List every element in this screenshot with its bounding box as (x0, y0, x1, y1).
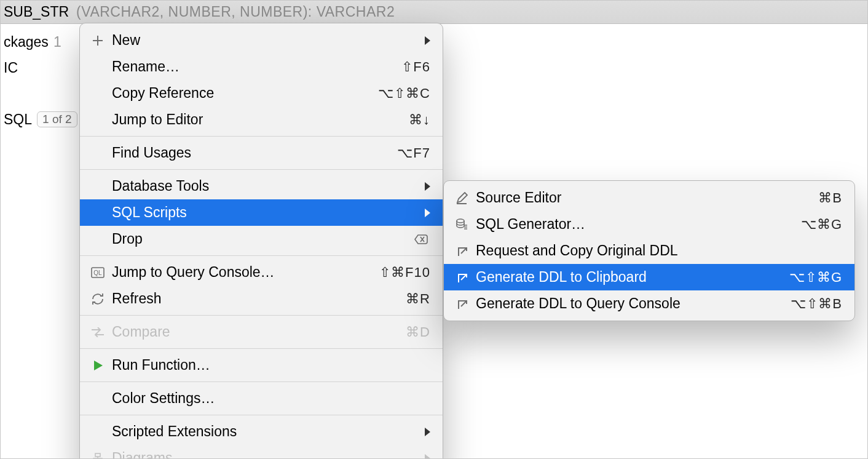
sidebar-label: SQL (4, 111, 32, 128)
menu-shortcut: ⌥F7 (397, 145, 430, 161)
menu-separator (80, 136, 443, 137)
menu-shortcut: ⇧F6 (401, 59, 430, 75)
menu-label: Copy Reference (112, 85, 214, 102)
menu-label: Generate DDL to Clipboard (476, 269, 647, 285)
menu-label: Color Settings… (112, 390, 215, 407)
header-title: SUB_STR (4, 4, 69, 20)
menu-label: Scripted Extensions (112, 423, 237, 440)
menu-separator (80, 348, 443, 349)
menu-item-jump-to-editor[interactable]: Jump to Editor ⌘↓ (80, 106, 443, 133)
svg-rect-2 (95, 453, 100, 457)
menu-item-jump-query-console[interactable]: QL Jump to Query Console… ⇧⌘F10 (80, 259, 443, 285)
sidebar-count: 1 (53, 34, 61, 50)
menu-label: New (112, 32, 140, 49)
submenu-item-sql-generator[interactable]: SQL Generator… ⌥⌘G (444, 211, 854, 237)
console-icon: QL (89, 267, 107, 278)
submenu-item-generate-ddl-query-console[interactable]: Generate DDL to Query Console ⌥⇧⌘B (444, 290, 854, 317)
menu-item-find-usages[interactable]: Find Usages ⌥F7 (80, 140, 443, 166)
menu-label: Drop (112, 231, 143, 247)
menu-item-sql-scripts[interactable]: SQL Scripts (80, 199, 443, 226)
sidebar-item-sql[interactable]: SQL 1 of 2 (4, 106, 76, 132)
svg-point-5 (457, 219, 464, 223)
submenu-item-request-copy-ddl[interactable]: Request and Copy Original DDL (444, 237, 854, 264)
svg-text:QL: QL (93, 269, 102, 276)
menu-item-compare: Compare ⌘D (80, 319, 443, 345)
result-count-badge: 1 of 2 (37, 111, 77, 127)
menu-label: SQL Generator… (476, 216, 585, 233)
menu-item-refresh[interactable]: Refresh ⌘R (80, 285, 443, 312)
sidebar-item-packages[interactable]: ckages 1 (4, 29, 76, 55)
database-icon (452, 218, 471, 231)
menu-label: Jump to Editor (112, 111, 203, 128)
menu-label: Compare (112, 324, 170, 340)
menu-shortcut: ⌘R (406, 291, 430, 307)
menu-shortcut: ⌘D (406, 324, 430, 340)
menu-label: Run Function… (112, 357, 210, 373)
menu-label: Generate DDL to Query Console (476, 295, 681, 312)
menu-shortcut: ⌥⇧⌘B (791, 296, 842, 312)
menu-label: Find Usages (112, 145, 191, 161)
play-icon (89, 360, 107, 371)
chevron-right-icon (425, 36, 430, 45)
chevron-right-icon (425, 209, 430, 217)
compare-icon (89, 327, 107, 337)
menu-separator (80, 255, 443, 256)
menu-item-drop[interactable]: Drop (80, 226, 443, 252)
menu-label: Source Editor (476, 190, 561, 206)
menu-shortcut: ⌥⇧⌘C (378, 86, 430, 102)
menu-shortcut: ⇧⌘F10 (379, 265, 430, 281)
menu-label: Refresh (112, 290, 162, 307)
menu-item-database-tools[interactable]: Database Tools (80, 173, 443, 199)
plus-icon (89, 34, 107, 47)
diagram-icon (89, 453, 107, 460)
menu-separator (80, 415, 443, 415)
menu-item-color-settings[interactable]: Color Settings… (80, 385, 443, 412)
chevron-right-icon (425, 182, 430, 191)
menu-label: SQL Scripts (112, 204, 187, 221)
delete-icon (412, 234, 430, 245)
menu-separator (80, 381, 443, 382)
menu-separator (80, 315, 443, 316)
menu-shortcut: ⌥⌘G (801, 217, 842, 233)
export-icon (452, 245, 471, 257)
context-menu: New Rename… ⇧F6 Copy Reference ⌥⇧⌘C Jump… (79, 23, 443, 459)
header-bar: SUB_STR (VARCHAR2, NUMBER, NUMBER): VARC… (0, 0, 868, 24)
chevron-right-icon (425, 454, 430, 460)
menu-item-copy-reference[interactable]: Copy Reference ⌥⇧⌘C (80, 80, 443, 106)
edit-icon (452, 192, 471, 204)
submenu-item-source-editor[interactable]: Source Editor ⌘B (444, 185, 854, 211)
menu-label: Rename… (112, 58, 180, 75)
menu-item-scripted-extensions[interactable]: Scripted Extensions (80, 418, 443, 445)
menu-label: Jump to Query Console… (112, 264, 275, 281)
menu-item-run-function[interactable]: Run Function… (80, 352, 443, 378)
export-icon (452, 272, 471, 283)
menu-item-rename[interactable]: Rename… ⇧F6 (80, 54, 443, 80)
menu-shortcut: ⌘B (818, 190, 842, 206)
submenu-item-generate-ddl-clipboard[interactable]: Generate DDL to Clipboard ⌥⇧⌘G (444, 264, 854, 290)
sidebar-label: IC (4, 60, 18, 76)
sql-scripts-submenu: Source Editor ⌘B SQL Generator… ⌥⌘G Requ… (443, 180, 855, 321)
menu-separator (80, 169, 443, 170)
menu-shortcut: ⌘↓ (409, 112, 430, 128)
side-panel: ckages 1 IC SQL 1 of 2 (0, 24, 80, 137)
menu-item-new[interactable]: New (80, 27, 443, 54)
sidebar-label: ckages (4, 34, 49, 50)
menu-label: Request and Copy Original DDL (476, 242, 678, 259)
menu-shortcut: ⌥⇧⌘G (789, 269, 842, 285)
sidebar-item-ic[interactable]: IC (4, 55, 76, 81)
menu-label: Database Tools (112, 178, 209, 194)
header-signature: (VARCHAR2, NUMBER, NUMBER): VARCHAR2 (76, 4, 395, 20)
export-icon (452, 298, 471, 309)
menu-label: Diagrams (112, 450, 172, 459)
menu-item-diagrams: Diagrams (80, 445, 443, 459)
refresh-icon (89, 293, 107, 305)
chevron-right-icon (425, 428, 430, 436)
